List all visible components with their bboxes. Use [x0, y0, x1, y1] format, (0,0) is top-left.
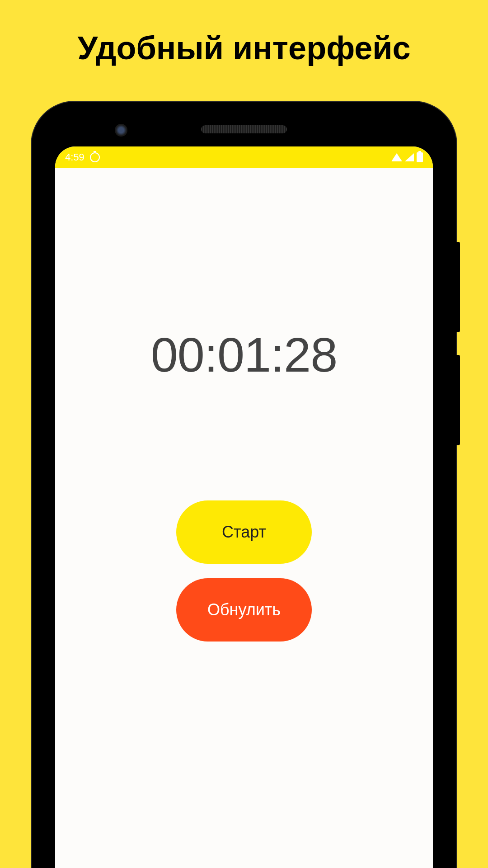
- timer-display: 00:01:28: [151, 326, 337, 383]
- status-bar-left: 4:59: [65, 151, 100, 163]
- reset-button[interactable]: Обнулить: [176, 578, 312, 642]
- wifi-icon: [391, 153, 402, 161]
- status-time: 4:59: [65, 151, 84, 163]
- battery-icon: [417, 152, 423, 162]
- button-group: Старт Обнулить: [176, 500, 312, 642]
- phone-side-button: [456, 355, 460, 445]
- page-title: Удобный интерфейс: [0, 0, 488, 85]
- status-bar-right: [391, 152, 423, 162]
- phone-camera: [115, 124, 127, 137]
- app-content: 00:01:28 Старт Обнулить: [55, 168, 433, 642]
- signal-icon: [405, 153, 414, 161]
- phone-screen: 4:59 00:01:28 Старт Обнулить: [55, 146, 433, 868]
- phone-speaker: [201, 125, 287, 133]
- stopwatch-icon: [90, 152, 100, 162]
- start-button[interactable]: Старт: [176, 500, 312, 564]
- phone-side-button: [456, 242, 460, 332]
- status-bar: 4:59: [55, 146, 433, 168]
- phone-mockup: 4:59 00:01:28 Старт Обнулить: [32, 102, 456, 868]
- phone-bezel: 4:59 00:01:28 Старт Обнулить: [38, 108, 450, 868]
